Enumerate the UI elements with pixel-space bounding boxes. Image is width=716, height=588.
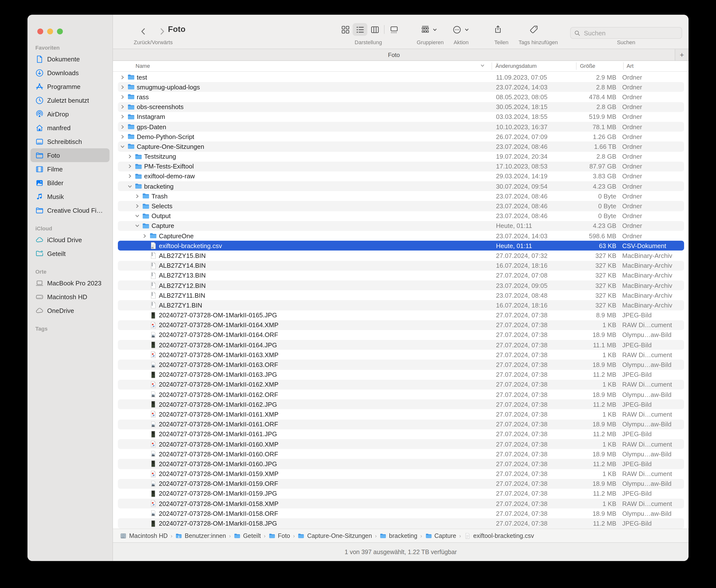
new-tab-button[interactable]: + (675, 49, 689, 60)
search-field[interactable] (570, 27, 682, 39)
column-header-name[interactable]: Name (135, 63, 150, 69)
sidebar-item-zuletzt-benutzt[interactable]: Zuletzt benutzt (30, 93, 109, 107)
file-row[interactable]: 20240727-073728-OM-1MarkII-0164.XMP27.07… (117, 320, 684, 330)
file-row[interactable]: 20240727-073728-OM-1MarkII-0158.JPG27.07… (117, 519, 684, 528)
file-row[interactable]: 20240727-073728-OM-1MarkII-0161.XMP27.07… (117, 410, 684, 419)
file-row[interactable]: 20240727-073728-OM-1MarkII-0163.JPG27.07… (117, 370, 684, 379)
disclosure-collapsed-icon[interactable] (119, 115, 126, 119)
file-row[interactable]: 20240727-073728-OM-1MarkII-0158.ORF27.07… (117, 509, 684, 519)
disclosure-expanded-icon[interactable] (134, 214, 141, 218)
path-item-macintosh-hd[interactable]: Macintosh HD (120, 532, 168, 539)
back-button[interactable] (138, 25, 148, 38)
path-item-capture[interactable]: Capture (425, 532, 456, 539)
sidebar-item-bilder[interactable]: Bilder (30, 176, 109, 190)
file-row[interactable]: CaptureOne23.07.2024, 14:03598.6 MBOrdne… (117, 231, 684, 241)
sidebar-item-geteilt[interactable]: Geteilt (30, 247, 109, 260)
action-button[interactable] (452, 23, 469, 36)
file-row[interactable]: 20240727-073728-OM-1MarkII-0165.JPG27.07… (117, 310, 684, 320)
minimize-window-button[interactable] (47, 28, 53, 35)
file-row[interactable]: Trash23.07.2024, 08:460 ByteOrdner (117, 191, 684, 201)
file-row[interactable]: PM-Tests-Exiftool17.10.2023, 08:5387.97 … (117, 161, 684, 171)
file-row[interactable]: gps-Daten10.10.2023, 16:3778.1 MBOrdner (117, 122, 684, 132)
disclosure-collapsed-icon[interactable] (119, 125, 126, 129)
path-item-geteilt[interactable]: Geteilt (234, 532, 261, 539)
search-input[interactable] (583, 29, 678, 37)
file-row[interactable]: 20240727-073728-OM-1MarkII-0163.XMP27.07… (117, 350, 684, 360)
sidebar-item-schreibtisch[interactable]: Schreibtisch (30, 134, 109, 148)
column-divider[interactable] (492, 62, 492, 70)
sidebar-item-programme[interactable]: Programme (30, 80, 109, 93)
column-divider[interactable] (576, 62, 577, 70)
path-item-capture-one-sitzungen[interactable]: Capture-One-Sitzungen (298, 532, 372, 539)
file-row[interactable]: 20240727-073728-OM-1MarkII-0159.XMP27.07… (117, 469, 684, 479)
disclosure-collapsed-icon[interactable] (119, 134, 126, 139)
column-divider[interactable] (623, 62, 624, 70)
sidebar-item-musik[interactable]: Musik (30, 190, 109, 203)
column-header-kind[interactable]: Art (627, 63, 633, 69)
sidebar-item-filme[interactable]: Filme (30, 162, 109, 176)
list-view-button[interactable] (353, 23, 367, 36)
file-row[interactable]: exiftool-demo-raw29.03.2024, 14:193.83 G… (117, 171, 684, 181)
disclosure-collapsed-icon[interactable] (134, 194, 141, 198)
column-header-size[interactable]: Größe (580, 63, 595, 69)
file-row[interactable]: 20240727-073728-OM-1MarkII-0163.ORF27.07… (117, 360, 684, 370)
forward-button[interactable] (157, 25, 167, 38)
disclosure-expanded-icon[interactable] (134, 224, 141, 228)
path-item-exiftool-bracketing-csv[interactable]: exiftool-bracketing.csv (464, 532, 534, 539)
sidebar-item-downloads[interactable]: Downloads (30, 66, 109, 80)
sidebar-item-macbook-pro-2023[interactable]: MacBook Pro 2023 (30, 276, 109, 290)
file-row[interactable]: 20240727-073728-OM-1MarkII-0162.XMP27.07… (117, 380, 684, 390)
sidebar-item-dokumente[interactable]: Dokumente (30, 52, 109, 66)
sidebar-item-onedrive[interactable]: OneDrive (30, 303, 109, 317)
group-button[interactable] (420, 23, 437, 36)
close-window-button[interactable] (37, 28, 43, 35)
file-row[interactable]: Output23.07.2024, 08:460 ByteOrdner (117, 211, 684, 221)
path-item-benutzer-innen[interactable]: Benutzer:innen (175, 532, 226, 539)
file-row[interactable]: Capture-One-Sitzungen23.07.2024, 08:461.… (117, 142, 684, 151)
file-row[interactable]: 20240727-073728-OM-1MarkII-0159.ORF27.07… (117, 479, 684, 488)
sidebar-item-manfred[interactable]: manfred (30, 121, 109, 134)
file-row[interactable]: ALB27ZY15.BIN27.07.2024, 07:32327 KBMacB… (117, 251, 684, 260)
share-button[interactable] (493, 23, 503, 36)
file-row[interactable]: Selects23.07.2024, 08:460 ByteOrdner (117, 201, 684, 211)
zoom-window-button[interactable] (57, 28, 63, 35)
file-row[interactable]: ALB27ZY12.BIN23.07.2024, 09:05327 KBMacB… (117, 280, 684, 290)
file-row[interactable]: bracketing30.07.2024, 09:544.23 GBOrdner (117, 181, 684, 191)
file-row[interactable]: 20240727-073728-OM-1MarkII-0162.JPG27.07… (117, 399, 684, 409)
gallery-view-button[interactable] (387, 23, 401, 36)
icon-view-button[interactable] (338, 23, 353, 36)
sidebar-item-icloud-drive[interactable]: iCloud Drive (30, 233, 109, 247)
disclosure-expanded-icon[interactable] (127, 184, 133, 188)
file-row[interactable]: test11.09.2023, 07:052.9 MBOrdner (117, 72, 684, 82)
path-item-bracketing[interactable]: bracketing (379, 532, 417, 539)
file-row[interactable]: csvexiftool-bracketing.csvHeute, 01:1163… (117, 241, 684, 251)
file-row[interactable]: Demo-Python-Script26.07.2024, 07:091.26 … (117, 132, 684, 142)
file-row[interactable]: ALB27ZY1.BIN16.07.2024, 18:16327 KBMacBi… (117, 300, 684, 310)
file-row[interactable]: 20240727-073728-OM-1MarkII-0162.ORF27.07… (117, 390, 684, 399)
file-row[interactable]: 20240727-073728-OM-1MarkII-0164.JPG27.07… (117, 340, 684, 350)
disclosure-expanded-icon[interactable] (119, 144, 126, 149)
disclosure-collapsed-icon[interactable] (127, 154, 133, 159)
file-row[interactable]: 20240727-073728-OM-1MarkII-0161.JPG27.07… (117, 429, 684, 439)
file-row[interactable]: rass08.05.2023, 08:05478.4 MBOrdner (117, 92, 684, 102)
sidebar-item-macintosh-hd[interactable]: Macintosh HD (30, 290, 109, 303)
file-row[interactable]: obs-screenshots30.05.2024, 18:152.8 GBOr… (117, 102, 684, 112)
column-view-button[interactable] (367, 23, 382, 36)
file-row[interactable]: smugmug-upload-logs23.07.2024, 14:032.8 … (117, 82, 684, 92)
file-row[interactable]: Instagram03.03.2024, 18:55519.9 MBOrdner (117, 112, 684, 122)
file-row[interactable]: CaptureHeute, 01:114.23 GBOrdner (117, 221, 684, 231)
disclosure-collapsed-icon[interactable] (141, 234, 148, 238)
file-row[interactable]: 20240727-073728-OM-1MarkII-0159.JPG27.07… (117, 489, 684, 499)
column-header-date[interactable]: Änderungsdatum (496, 63, 537, 69)
file-row[interactable]: 20240727-073728-OM-1MarkII-0164.ORF27.07… (117, 330, 684, 340)
disclosure-collapsed-icon[interactable] (127, 174, 133, 178)
sidebar-item-foto[interactable]: Foto (30, 148, 109, 162)
file-row[interactable]: ALB27ZY14.BIN16.07.2024, 18:16327 KBMacB… (117, 260, 684, 270)
file-row[interactable]: ALB27ZY13.BIN27.07.2024, 07:08327 KBMacB… (117, 271, 684, 280)
disclosure-collapsed-icon[interactable] (119, 85, 126, 89)
file-row[interactable]: 20240727-073728-OM-1MarkII-0160.ORF27.07… (117, 449, 684, 459)
disclosure-collapsed-icon[interactable] (119, 95, 126, 99)
disclosure-collapsed-icon[interactable] (119, 75, 126, 79)
sidebar-item-creative-cloud-fi-[interactable]: Creative Cloud Fi… (30, 203, 109, 217)
disclosure-collapsed-icon[interactable] (127, 164, 133, 169)
